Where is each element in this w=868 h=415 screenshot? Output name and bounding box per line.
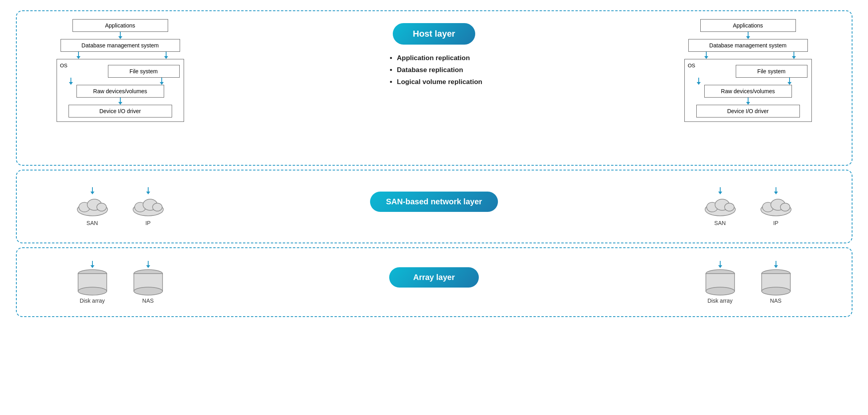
left-to-nas-arrow <box>146 261 150 268</box>
svg-point-18 <box>78 287 107 295</box>
right-nas-col: NAS <box>758 261 794 304</box>
left-disk-col: Disk array <box>74 261 110 304</box>
right-ip-cloud-icon <box>758 194 794 218</box>
left-os-label: OS <box>60 63 68 69</box>
host-layer-bullets: Application replication Database replica… <box>386 54 482 90</box>
right-network-items: SAN IP <box>656 187 840 226</box>
arrow1 <box>118 32 122 39</box>
right-raw-box: Raw devices/volumes <box>704 85 792 98</box>
right-dev-box: Device I/O driver <box>696 105 800 117</box>
right-nas-label: NAS <box>770 298 782 304</box>
center-panel: Host layer Application replication Datab… <box>212 19 656 90</box>
left-nas-icon <box>130 268 166 296</box>
right-applications-box: Applications <box>700 19 796 32</box>
bullet-3: Logical volume replication <box>397 78 482 86</box>
left-os-block: OS File system <box>57 59 184 122</box>
network-layer-container: SAN IP SAN-based network layer <box>16 170 852 243</box>
right-arrow3b <box>788 78 792 85</box>
right-to-nas-arrow <box>774 261 778 268</box>
right-db-box: Database management system <box>688 39 808 52</box>
array-layer-container: Disk array NAS Array layer <box>16 247 852 317</box>
left-to-ip-arrow <box>146 187 150 194</box>
right-arrow3a <box>697 78 701 85</box>
right-disk-col: Disk array <box>702 261 738 304</box>
right-san-label: SAN <box>714 220 726 226</box>
right-array-items: Disk array NAS <box>656 261 840 304</box>
main-diagram: Applications Database management system … <box>16 10 852 405</box>
svg-point-7 <box>153 203 162 211</box>
left-nas-col: NAS <box>130 261 166 304</box>
svg-point-24 <box>706 287 735 295</box>
right-arrow1 <box>746 32 750 39</box>
svg-point-3 <box>97 203 106 211</box>
arrow4 <box>118 98 122 105</box>
right-os-block: OS File system Ra <box>684 59 812 122</box>
svg-point-15 <box>780 203 790 211</box>
host-layer-container: Applications Database management system … <box>16 10 852 166</box>
left-to-disk-arrow <box>90 261 94 268</box>
right-to-san-arrow <box>718 187 722 194</box>
left-to-san-arrow <box>90 187 94 194</box>
array-layer-pill: Array layer <box>389 267 479 288</box>
right-ip-label: IP <box>773 220 778 226</box>
arrow3b <box>160 78 164 85</box>
left-disk-array-icon <box>74 268 110 296</box>
right-disk-array-label: Disk array <box>707 298 733 304</box>
arrow3a <box>69 78 73 85</box>
left-db-box: Database management system <box>61 39 180 52</box>
left-host-column: Applications Database management system … <box>29 19 212 122</box>
right-to-disk-arrow <box>718 261 722 268</box>
left-array-items: Disk array NAS <box>29 261 212 304</box>
svg-point-11 <box>725 203 734 211</box>
right-ip-col: IP <box>758 187 794 226</box>
left-san-label: SAN <box>86 220 98 226</box>
right-os-label: OS <box>688 63 696 69</box>
right-arrow2b <box>792 52 796 59</box>
arrow2a <box>76 52 80 59</box>
left-ip-cloud-icon <box>130 194 166 218</box>
left-applications-box: Applications <box>72 19 168 32</box>
array-center: Array layer <box>212 267 656 297</box>
right-nas-icon <box>758 268 794 296</box>
right-san-cloud-icon <box>702 194 738 218</box>
svg-point-27 <box>762 287 790 295</box>
left-fs-box: File system <box>108 65 180 78</box>
left-disk-array-label: Disk array <box>80 298 105 304</box>
left-network-items: SAN IP <box>29 187 212 226</box>
left-dev-box: Device I/O driver <box>69 105 172 117</box>
right-san-col: SAN <box>702 187 738 226</box>
network-layer-pill: SAN-based network layer <box>370 192 498 212</box>
left-raw-box: Raw devices/volumes <box>76 85 164 98</box>
bullet-1: Application replication <box>397 54 482 62</box>
network-center: SAN-based network layer <box>212 192 656 221</box>
left-nas-label: NAS <box>142 298 154 304</box>
left-san-cloud-icon <box>74 194 110 218</box>
bullet-2: Database replication <box>397 66 482 74</box>
left-san-col: SAN <box>74 187 110 226</box>
right-host-column: Applications Database management system … <box>656 19 840 122</box>
right-arrow4 <box>746 98 750 105</box>
left-ip-col: IP <box>130 187 166 226</box>
arrow2b <box>164 52 168 59</box>
svg-point-21 <box>134 287 163 295</box>
host-layer-pill: Host layer <box>393 23 475 45</box>
right-fs-box: File system <box>736 65 807 78</box>
right-disk-array-icon <box>702 268 738 296</box>
right-to-ip-arrow <box>774 187 778 194</box>
left-ip-label: IP <box>145 220 151 226</box>
right-arrow2a <box>704 52 708 59</box>
